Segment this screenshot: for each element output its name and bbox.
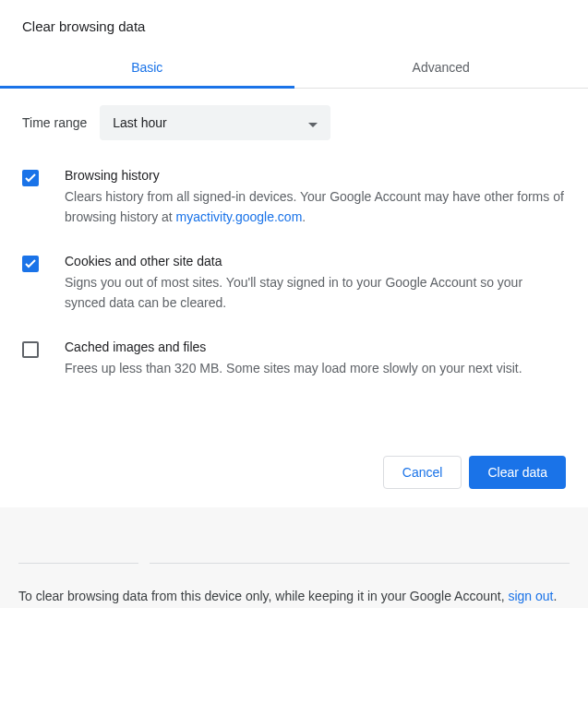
checkbox-cached[interactable]	[22, 341, 39, 358]
option-text: Browsing history Clears history from all…	[65, 168, 566, 228]
option-text: Cached images and files Frees up less th…	[65, 340, 566, 378]
tab-basic[interactable]: Basic	[0, 49, 294, 88]
option-description: Frees up less than 320 MB. Some sites ma…	[65, 358, 566, 378]
option-cookies: Cookies and other site data Signs you ou…	[22, 254, 566, 314]
tabs: Basic Advanced	[0, 49, 588, 89]
dialog-title: Clear browsing data	[0, 0, 588, 49]
tab-underline	[0, 86, 294, 89]
dialog-buttons: Cancel Clear data	[0, 441, 588, 507]
footer-divider	[18, 563, 570, 564]
footer-text: To clear browsing data from this device …	[18, 586, 570, 608]
option-title: Browsing history	[65, 168, 566, 183]
cancel-button[interactable]: Cancel	[383, 456, 462, 489]
checkbox-cookies[interactable]	[22, 256, 39, 272]
option-description: Signs you out of most sites. You'll stay…	[65, 272, 566, 314]
sign-out-link[interactable]: sign out	[508, 589, 553, 603]
clear-browsing-data-dialog: Clear browsing data Basic Advanced Time …	[0, 0, 588, 608]
checkbox-browsing-history[interactable]	[22, 170, 39, 186]
time-range-row: Time range Last hour	[22, 105, 566, 140]
footer-pre: To clear browsing data from this device …	[18, 589, 508, 603]
time-range-value: Last hour	[113, 115, 166, 130]
footer-post: .	[554, 589, 558, 603]
time-range-select[interactable]: Last hour	[100, 105, 330, 140]
dialog-content: Time range Last hour Browsing history Cl…	[0, 89, 588, 378]
myactivity-link[interactable]: myactivity.google.com	[176, 209, 303, 224]
option-cached: Cached images and files Frees up less th…	[22, 340, 566, 378]
option-description: Clears history from all signed-in device…	[65, 186, 566, 228]
option-browsing-history: Browsing history Clears history from all…	[22, 168, 566, 228]
option-title: Cached images and files	[65, 340, 566, 354]
option-title: Cookies and other site data	[65, 254, 566, 268]
desc-text: Clears history from all signed-in device…	[65, 189, 564, 224]
option-text: Cookies and other site data Signs you ou…	[65, 254, 566, 314]
time-range-label: Time range	[22, 115, 87, 130]
desc-text: .	[302, 209, 306, 224]
dialog-footer: To clear browsing data from this device …	[0, 507, 588, 608]
chevron-down-icon	[308, 116, 318, 130]
tab-advanced[interactable]: Advanced	[294, 49, 589, 88]
clear-data-button[interactable]: Clear data	[469, 456, 566, 489]
